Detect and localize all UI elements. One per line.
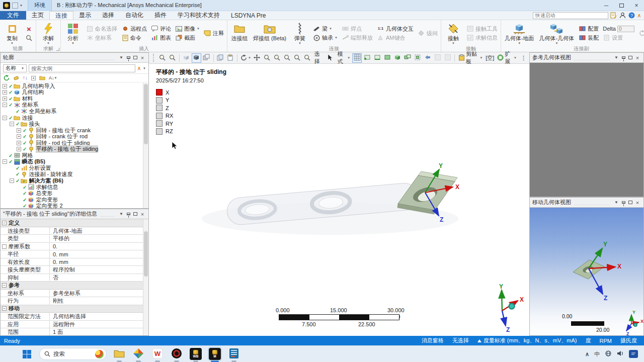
collapse-icon[interactable]: − xyxy=(3,116,7,120)
ribbon-button-annotation[interactable]: 注释 xyxy=(202,29,226,38)
graphics-extend-icon[interactable]: 扩展▼ xyxy=(496,53,518,63)
collapse-group-icon[interactable] xyxy=(39,74,45,81)
panel-menu-icon[interactable]: ▼ xyxy=(613,199,620,206)
taskbar-app-file-explorer[interactable] xyxy=(113,347,126,360)
ribbon-button-chart[interactable]: 图表 xyxy=(149,33,173,42)
panel-maximize-icon[interactable] xyxy=(627,199,634,206)
taskbar-app-media-app[interactable] xyxy=(170,347,183,360)
panel-pin-icon[interactable] xyxy=(620,54,627,61)
graphics-zoomout-icon[interactable] xyxy=(168,53,177,63)
details-value[interactable]: 几何体-地面 xyxy=(50,227,143,235)
details-section-移动[interactable]: −移动 xyxy=(1,305,143,313)
graphics-tool2-icon[interactable] xyxy=(443,53,452,63)
tree-item[interactable]: ✓连接副 - 旋转速度 xyxy=(1,171,148,178)
search-options-icon[interactable]: ▼ xyxy=(143,67,146,70)
menu-tab-选择[interactable]: 选择 xyxy=(97,11,120,20)
ribbon-button-analysis[interactable]: 分析▼ xyxy=(62,21,84,46)
status-item[interactable]: 度量标准 (mm、kg、N、s、mV、mA) xyxy=(477,337,577,344)
ribbon-button-solve[interactable]: 求解▼ xyxy=(37,21,59,46)
ribbon-button-remote-point[interactable]: 远程点 xyxy=(119,24,149,33)
tree-item[interactable]: ✓总变形 xyxy=(1,190,148,197)
collapse-icon[interactable]: − xyxy=(2,306,7,311)
taskbar-app-ansys-workbench[interactable]: WB xyxy=(189,347,202,360)
tray-chevron-icon[interactable]: ∧ xyxy=(585,351,589,357)
ribbon-button-spring[interactable]: 弹簧▼ xyxy=(289,21,311,46)
details-section-参考[interactable]: −参考 xyxy=(1,282,143,290)
panel-pin-icon[interactable] xyxy=(125,211,132,218)
expand-icon[interactable]: + xyxy=(17,134,21,139)
graphics-filter-grid-icon[interactable] xyxy=(352,53,362,63)
menu-tab-插件[interactable]: 插件 xyxy=(149,11,172,20)
panel-menu-icon[interactable]: ▼ xyxy=(118,54,125,61)
graphics-sel-edge-icon[interactable] xyxy=(372,53,382,63)
graphics-sel-convert-icon[interactable] xyxy=(423,53,432,63)
details-section-定义[interactable]: −定义 xyxy=(1,219,143,227)
collapse-icon[interactable]: − xyxy=(10,178,14,183)
ribbon-button-configure[interactable]: 配置 xyxy=(577,24,601,33)
tree-item[interactable]: −✓坐标系 xyxy=(1,102,148,109)
quick-access-dropdown-icon[interactable]: ▼ xyxy=(20,4,23,7)
reference-view-canvas[interactable] xyxy=(530,63,643,197)
collapse-icon[interactable]: − xyxy=(10,122,14,126)
panel-pin-icon[interactable] xyxy=(125,54,132,61)
save-icon[interactable] xyxy=(12,3,18,9)
graphics-pan-icon[interactable] xyxy=(252,53,262,63)
status-item[interactable]: 消息窗格 xyxy=(422,337,444,344)
graphics-cube-multi-icon[interactable] xyxy=(202,53,211,63)
start-button[interactable] xyxy=(20,347,33,360)
details-value[interactable]: 几何结构选择 xyxy=(50,313,143,320)
taskbar-app-notes-app[interactable] xyxy=(227,347,240,360)
expand-icon[interactable]: + xyxy=(3,84,7,88)
tree-item[interactable]: ✓定向变形 2 xyxy=(1,203,148,208)
ribbon-button-contact[interactable]: 接触▼ xyxy=(442,21,464,46)
tree-item[interactable]: −✓连接 xyxy=(1,115,148,121)
details-value[interactable]: 否 xyxy=(50,274,143,282)
panel-menu-icon[interactable]: ▼ xyxy=(118,211,125,218)
ribbon-button-connection-group[interactable]: 连接组 xyxy=(228,21,251,46)
panel-close-icon[interactable]: × xyxy=(139,211,146,218)
collapse-icon[interactable]: − xyxy=(3,159,7,164)
delta-input[interactable] xyxy=(617,26,634,32)
graphics-zoom-prev-icon[interactable] xyxy=(302,53,312,63)
details-value[interactable]: 远程附件 xyxy=(50,321,143,328)
menu-tab-学习和技术支持[interactable]: 学习和技术支持 xyxy=(172,11,225,20)
panel-close-icon[interactable]: × xyxy=(634,199,641,206)
menu-tab-自动化[interactable]: 自动化 xyxy=(120,11,149,20)
mobile-view-canvas[interactable]: Y X Z Y X Z 0.00 20.00 xyxy=(530,208,643,335)
taskbar-app-office-app[interactable] xyxy=(132,347,145,360)
expand-icon[interactable]: + xyxy=(3,90,7,95)
collapse-icon[interactable]: − xyxy=(2,283,7,288)
ribbon-button-spot-weld[interactable]: 焊点 xyxy=(340,24,375,33)
details-value[interactable]: 参考坐标系 xyxy=(50,290,143,297)
graphics-zoom-plus-icon[interactable] xyxy=(272,53,282,63)
status-item[interactable]: RPM xyxy=(600,338,612,344)
expand-icon[interactable]: + xyxy=(17,128,21,133)
graphics-button-[空][interactable]: [空] xyxy=(485,53,495,63)
tree-item[interactable]: −✓解决方案 (B6) xyxy=(1,177,148,184)
graphics-zoom-fit-icon[interactable] xyxy=(292,53,302,63)
ribbon-button-restore[interactable]: 恢复 xyxy=(636,29,644,38)
help-icon[interactable]: ? xyxy=(628,12,635,19)
panel-close-icon[interactable]: × xyxy=(634,54,641,61)
ribbon-button-weld-group[interactable]: 焊接组 (Beta) xyxy=(251,21,289,46)
taskbar-search[interactable]: 搜索 xyxy=(39,348,107,360)
graphics-paste-icon[interactable] xyxy=(225,53,235,63)
ribbon-button-end-release[interactable]: 端部释放 xyxy=(340,33,375,42)
ribbon-button-csys[interactable]: 坐标系 xyxy=(84,33,119,42)
expand-icon[interactable]: + xyxy=(17,147,21,151)
search-collapse-icon[interactable]: ∧ xyxy=(137,65,141,71)
panel-pin-icon[interactable] xyxy=(620,199,627,206)
ribbon-button-contact-tool[interactable]: 接触工具 xyxy=(464,24,500,33)
close-button[interactable]: × xyxy=(629,0,644,11)
collapse-icon[interactable]: − xyxy=(2,221,7,225)
collapse-icon[interactable]: − xyxy=(3,103,7,107)
taskbar-app-wps-office[interactable]: W xyxy=(151,347,164,360)
toolbar-drag-handle[interactable] xyxy=(153,54,155,62)
expand-all-icon[interactable]: + xyxy=(31,74,36,81)
graphics-rotate-icon[interactable]: ▼ xyxy=(239,53,252,63)
tree-scrollbar[interactable] xyxy=(143,83,148,208)
details-scrollbar[interactable] xyxy=(143,219,148,335)
outline-search-input[interactable] xyxy=(29,64,135,72)
tray-language-indicator[interactable]: 中 xyxy=(594,350,600,358)
expand-icon[interactable]: + xyxy=(3,97,7,101)
